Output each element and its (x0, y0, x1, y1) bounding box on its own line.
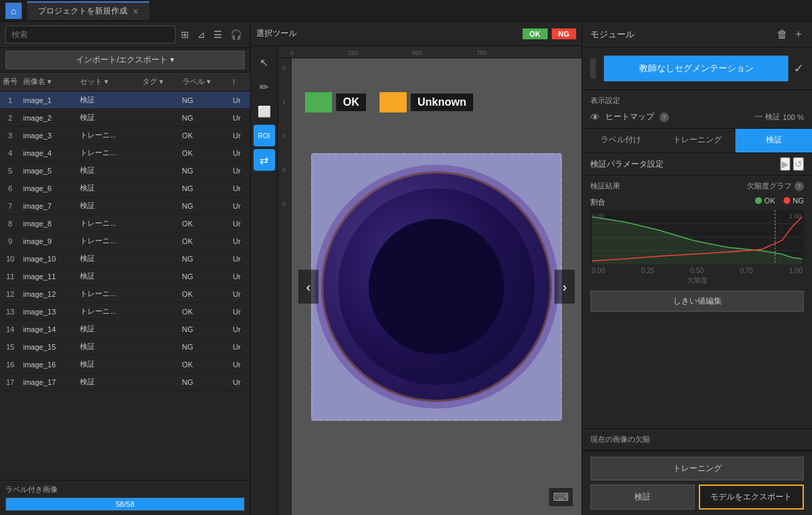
chart-x-labels: 0.00 0.25 0.50 0.75 1.00 (590, 267, 804, 274)
brush-tool-button[interactable]: ✏ (253, 76, 275, 98)
segmentation-module-button[interactable]: 教師なしセグメンテーション (604, 56, 788, 81)
display-settings-section: 表示設定 👁 ヒートマップ ? 〰 検証 100 % (582, 90, 812, 129)
cell-flag: Ur (230, 268, 250, 285)
roi-tool-button[interactable]: ROI (253, 125, 275, 146)
cell-label: NG (180, 162, 230, 180)
table-row[interactable]: 10 image_10 検証 NG Ur (0, 250, 250, 268)
prev-image-button[interactable]: ‹ (298, 270, 319, 304)
table-row[interactable]: 3 image_3 トレーニ... OK Ur (0, 127, 250, 144)
table-row[interactable]: 5 image_5 検証 NG Ur (0, 162, 250, 180)
table-row[interactable]: 1 image_1 検証 NG Ur (0, 91, 250, 109)
training-button[interactable]: トレーニング (590, 457, 804, 480)
cell-label: OK (180, 232, 230, 250)
table-row[interactable]: 16 image_16 検証 OK Ur (0, 356, 250, 373)
play-button[interactable]: ▶ (780, 157, 790, 171)
progress-bar: 58/58 (6, 498, 244, 510)
table-row[interactable]: 12 image_12 トレーニ... OK Ur (0, 285, 250, 303)
label-overlays: OK Unknown (305, 92, 473, 112)
ratio-label: 割合 (590, 197, 605, 207)
ruler-mark-750: 750 (476, 49, 487, 56)
export-model-button[interactable]: モデルをエクスポート (699, 485, 805, 510)
ruler-v-mark-4: 0 (283, 201, 286, 207)
home-button[interactable]: ⌂ (5, 3, 22, 19)
cell-num: 2 (0, 109, 20, 127)
param-actions: ▶ ↺ (780, 157, 804, 171)
select-tool-button[interactable]: ↖ (253, 52, 275, 73)
table-row[interactable]: 6 image_6 検証 NG Ur (0, 180, 250, 197)
cell-set: 検証 (77, 250, 140, 268)
percent-label: 100 % (783, 113, 804, 121)
tab-training[interactable]: トレーニング (659, 129, 735, 152)
cell-label: NG (180, 180, 230, 197)
cell-set: トレーニ... (77, 232, 140, 250)
wavy-icon: 〰 (754, 112, 763, 122)
cell-num: 4 (0, 144, 20, 162)
col-set: セット ▾ (77, 73, 140, 91)
cell-name: image_13 (20, 303, 77, 321)
table-row[interactable]: 15 image_15 検証 NG Ur (0, 338, 250, 356)
headset-icon[interactable]: 🎧 (228, 28, 245, 41)
cell-num: 1 (0, 91, 20, 109)
table-row[interactable]: 17 image_17 検証 NG Ur (0, 373, 250, 391)
check-icon: ✓ (794, 61, 804, 76)
table-row[interactable]: 13 image_13 トレーニ... OK Ur (0, 303, 250, 321)
table-row[interactable]: 7 image_7 検証 NG Ur (0, 197, 250, 215)
module-drag-handle[interactable] (590, 58, 596, 79)
cell-num: 16 (0, 356, 20, 373)
cell-set: トレーニ... (77, 127, 140, 144)
search-input[interactable] (5, 26, 176, 43)
cell-flag: Ur (230, 215, 250, 232)
x-label-0: 0.00 (592, 267, 605, 274)
cell-name: image_11 (20, 268, 77, 285)
param-row: 検証パラメータ設定 ▶ ↺ (582, 153, 812, 176)
table-row[interactable]: 2 image_2 検証 NG Ur (0, 109, 250, 127)
cell-flag: Ur (230, 180, 250, 197)
cell-flag: Ur (230, 373, 250, 391)
legend-ng-dot (784, 197, 790, 204)
tab-close-button[interactable]: × (133, 6, 138, 17)
cell-flag: Ur (230, 250, 250, 268)
table-row[interactable]: 8 image_8 トレーニ... OK Ur (0, 215, 250, 232)
bottom-actions: トレーニング 検証 モデルをエクスポート (582, 451, 812, 515)
cell-tag (140, 127, 180, 144)
tab[interactable]: プロジェクトを新規作成 × (27, 1, 149, 20)
cell-num: 10 (0, 250, 20, 268)
cell-tag (140, 215, 180, 232)
table-row[interactable]: 9 image_9 トレーニ... OK Ur (0, 232, 250, 250)
results-section: 検証結果 欠陥度グラフ ? 割合 OK NG (582, 176, 812, 429)
right-panel-title: モジュール (590, 28, 634, 41)
history-button[interactable]: ↺ (793, 157, 804, 171)
next-image-button[interactable]: › (554, 270, 575, 304)
table-row[interactable]: 14 image_14 検証 NG Ur (0, 321, 250, 338)
cell-set: トレーニ... (77, 144, 140, 162)
delete-module-button[interactable]: 🗑 (777, 27, 788, 41)
keyboard-icon-button[interactable]: ⌨ (548, 487, 573, 507)
filter-icon[interactable]: ⊿ (195, 28, 208, 41)
add-module-button[interactable]: ＋ (793, 27, 804, 41)
import-export-button[interactable]: インポート/エクスポート ▾ (5, 51, 245, 69)
status-ng-badge: NG (552, 28, 577, 39)
verify-button[interactable]: 検証 (590, 485, 695, 510)
table-row[interactable]: 4 image_4 トレーニ... OK Ur (0, 144, 250, 162)
table-row[interactable]: 11 image_11 検証 NG Ur (0, 268, 250, 285)
main-layout: ⊞ ⊿ ☰ 🎧 インポート/エクスポート ▾ 番号 画像名 ▾ セット ▾ タグ (0, 22, 812, 515)
tab-labeling[interactable]: ラベル付け (582, 129, 659, 152)
threshold-edit-button[interactable]: しきい値編集 (590, 291, 804, 312)
center-content: ↖ ✏ ⬜ ROI ⇄ 0 250 500 750 (251, 46, 582, 515)
image-table-container: 番号 画像名 ▾ セット ▾ タグ ▾ ラベル ▾ ! 1 image_1 検証… (0, 73, 250, 480)
cell-tag (140, 373, 180, 391)
import-export-bar: インポート/エクスポート ▾ (0, 48, 250, 73)
cell-name: image_12 (20, 285, 77, 303)
rectangle-tool-button[interactable]: ⬜ (253, 100, 275, 122)
tab-verify[interactable]: 検証 (735, 129, 812, 152)
image-grid-icon[interactable]: ⊞ (178, 28, 192, 41)
list-icon[interactable]: ☰ (211, 28, 225, 41)
cell-tag (140, 268, 180, 285)
heatmap-row: 👁 ヒートマップ ? 〰 検証 100 % (590, 111, 804, 123)
cell-set: 検証 (77, 197, 140, 215)
cell-tag (140, 250, 180, 268)
chart-y-left-label: 0.00 (592, 213, 604, 220)
move-tool-button[interactable]: ⇄ (253, 149, 275, 171)
cell-name: image_5 (20, 162, 77, 180)
image-area-row: 0 1 5 0 0 OK (278, 58, 582, 515)
